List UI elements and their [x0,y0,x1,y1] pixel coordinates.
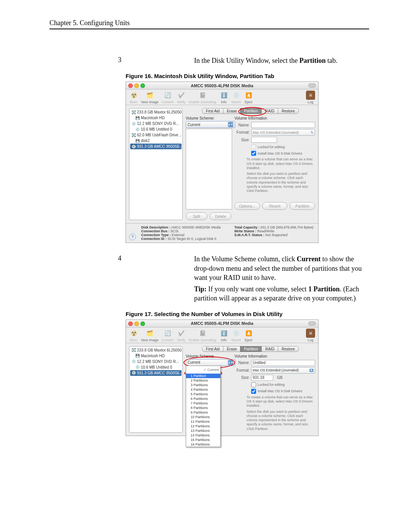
format-select[interactable]: Mac OS Extended (Journaled)⇅ [251,367,315,374]
sidebar-disk-maxtor[interactable]: 💽233.8 GB Maxtor 6L25050 [130,347,182,353]
zoom-icon[interactable] [140,321,145,326]
install-os9-checkbox[interactable]: Install Mac OS 9 Disk Drivers [251,389,315,394]
scheme-option-2[interactable]: 2 Partitions [186,378,220,383]
tab-partition[interactable]: Partition [240,108,262,114]
close-icon[interactable] [128,83,133,88]
toolbar-log[interactable]: ≡Log [306,91,315,104]
toolbar-burn: ☢️Burn [129,329,138,342]
format-select[interactable]: Mac OS Extended (Journaled)⇅ [251,129,315,136]
tab-first-aid[interactable]: First Aid [202,108,223,114]
toolbar-toggle-icon[interactable] [308,321,316,326]
tab-raid[interactable]: RAID [261,108,278,114]
sidebar-optical-sony[interactable]: 💿12.2 MB SONY DVD R... [130,121,182,126]
name-field[interactable]: Untitled [251,360,315,366]
scheme-option-14[interactable]: 14 Partitions [186,433,220,438]
scheme-option-13[interactable]: 13 Partitions [186,428,220,433]
scheme-option-5[interactable]: 5 Partitions [186,392,220,396]
tab-bar: First Aid Erase Partition RAID Restore [186,108,315,114]
scheme-option-10[interactable]: 10 Partitions [186,415,220,419]
scheme-option-9[interactable]: 9 Partitions [186,410,220,415]
sidebar-disk-amcc-selected[interactable]: 💽931.3 GB AMCC 9500SE-... [130,370,182,376]
toolbar-info[interactable]: ℹ️Info [219,329,228,342]
size-field[interactable]: 931.18 [251,375,273,381]
volume-info-header: Volume Information [234,116,315,120]
step-3: 3 In the Disk Utility Window, select the… [49,56,369,65]
tab-first-aid[interactable]: First Aid [202,346,223,352]
volume-scheme-label: Volume Scheme: [186,354,231,358]
toolbar-toggle-icon[interactable] [308,83,316,88]
sidebar-volume-macintosh-hd[interactable]: 💾Macintosh HD [130,353,182,359]
toolbar-new-image[interactable]: 🗂️New Image [141,329,159,342]
size-field[interactable] [251,137,277,143]
figure17-caption: Figure 17. Selecting the Number of Volum… [126,311,369,317]
scheme-option-1[interactable]: 1 Partition [186,374,220,378]
toolbar-convert: 🔄Convert [162,91,174,104]
minimize-icon[interactable] [134,83,139,88]
options-button[interactable]: Options... [234,202,260,210]
sidebar-optical-sony[interactable]: 💿12.2 MB SONY DVD R... [130,359,182,364]
split-button: Split [186,212,207,220]
size-unit: GB [277,375,282,380]
sidebar-volume-disk2[interactable]: 💾disk2 [130,138,182,144]
window-titlebar[interactable]: AMCC 9500S-4LPM DISK Media [126,82,318,89]
page-header: Chapter 5. Configuring Units [49,19,369,27]
sidebar-usb-flash[interactable]: 💽62.0 MB UsbFlash Drive ... [130,132,182,138]
volume-scheme-label: Volume Scheme: [186,116,231,120]
volume-scheme-dropdown[interactable]: Current 1 Partition 2 Partitions 3 Parti… [186,366,221,447]
disk-info-footer: Disk Description : AMCC 9500SE-4MEDISK M… [126,223,318,243]
tab-restore[interactable]: Restore [278,108,299,114]
toolbar-verify: ✔️Verify [177,91,186,104]
revert-button: Revert [262,202,288,210]
minimize-icon[interactable] [134,321,139,326]
close-icon[interactable] [128,321,133,326]
sidebar-disk-amcc-selected[interactable]: 💽931.3 GB AMCC 9500SE-... [130,144,182,149]
chevron-updown-icon: ▲▼ [228,122,233,127]
figure16-disk-utility-window: AMCC 9500S-4LPM DISK Media ☢️Burn 🗂️New … [126,81,319,243]
step-4-number: 4 [49,254,194,303]
os9-note: To create a volume that can serve as a M… [247,157,315,170]
toolbar-eject[interactable]: ⏏️Eject [244,329,253,342]
toolbar-info[interactable]: ℹ️Info [219,91,228,104]
disk-sidebar[interactable]: 💽233.8 GB Maxtor 6L25050 💾Macintosh HD 💿… [129,108,183,220]
window-title: AMCC 9500S-4LPM DISK Media [191,83,253,88]
toolbar-eject[interactable]: ⏏️Eject [244,91,253,104]
step-4-body: In the Volume Scheme column, click Curre… [194,254,369,303]
zoom-icon[interactable] [140,83,145,88]
tab-raid[interactable]: RAID [261,346,278,352]
scheme-option-current[interactable]: Current [203,367,220,372]
sidebar-volume-untitled[interactable]: 💿10.6 MB Untitled 0 [130,364,182,370]
toolbar-new-image[interactable]: 🗂️New Image [141,91,159,104]
figure17-disk-utility-window: AMCC 9500S-4LPM DISK Media ☢️Burn 🗂️New … [126,320,319,436]
tab-erase[interactable]: Erase [223,346,241,352]
locked-checkbox: Locked for editing [251,144,315,149]
sidebar-volume-macintosh-hd[interactable]: 💾Macintosh HD [130,115,182,121]
volume-scheme-select[interactable]: Current ▲▼ [186,121,235,128]
scheme-option-3[interactable]: 3 Partitions [186,383,220,387]
toolbar: ☢️Burn 🗂️New Image 🔄Convert ✔️Verify 📓En… [126,328,318,343]
scheme-option-16[interactable]: 16 Partitions [186,442,220,447]
partition-instructions: Select the disk you want to partition an… [247,410,315,431]
toolbar-log[interactable]: ≡Log [306,329,315,342]
scheme-option-8[interactable]: 8 Partitions [186,406,220,410]
disk-sidebar[interactable]: 💽233.8 GB Maxtor 6L25050 💾Macintosh HD 💿… [129,346,183,433]
volume-scheme-select[interactable]: Current ▲▼ [186,359,235,366]
toolbar-enable-journaling: 📓Enable Journaling [189,91,216,104]
tab-restore[interactable]: Restore [278,346,299,352]
partition-button: Partition [290,202,315,210]
scheme-option-7[interactable]: 7 Partitions [186,401,220,406]
tab-erase[interactable]: Erase [223,108,241,114]
tab-partition[interactable]: Partition [240,346,262,352]
install-os9-checkbox[interactable]: Install Mac OS 9 Disk Drivers [251,151,315,156]
window-titlebar[interactable]: AMCC 9500S-4LPM DISK Media [126,320,318,328]
scheme-option-6[interactable]: 6 Partitions [186,396,220,401]
locked-checkbox[interactable]: Locked for editing [251,382,315,387]
scheme-option-11[interactable]: 11 Partitions [186,419,220,424]
name-field[interactable] [251,122,315,128]
sidebar-disk-maxtor[interactable]: 💽233.8 GB Maxtor 6L25050 [130,109,182,115]
chevron-updown-icon: ⇅ [311,131,314,134]
scheme-option-4[interactable]: 4 Partitions [186,387,220,392]
scheme-option-15[interactable]: 15 Partitions [186,438,220,442]
volume-scheme-canvas[interactable] [186,129,232,209]
sidebar-volume-untitled[interactable]: 💿10.6 MB Untitled 0 [130,126,182,132]
scheme-option-12[interactable]: 12 Partitions [186,424,220,428]
